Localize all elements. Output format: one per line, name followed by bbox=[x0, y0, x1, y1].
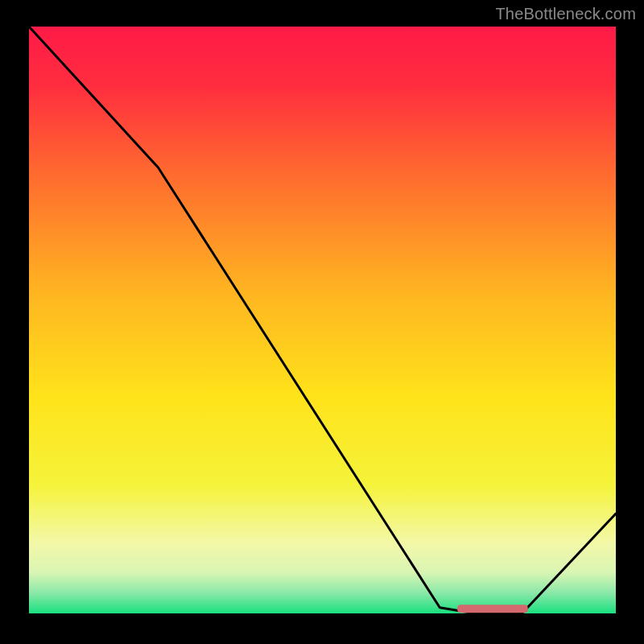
chart-svg bbox=[29, 27, 616, 613]
chart-background bbox=[29, 27, 616, 613]
highlight-bar bbox=[457, 605, 528, 613]
chart-plot-area bbox=[29, 27, 616, 613]
watermark-text: TheBottleneck.com bbox=[495, 5, 636, 23]
